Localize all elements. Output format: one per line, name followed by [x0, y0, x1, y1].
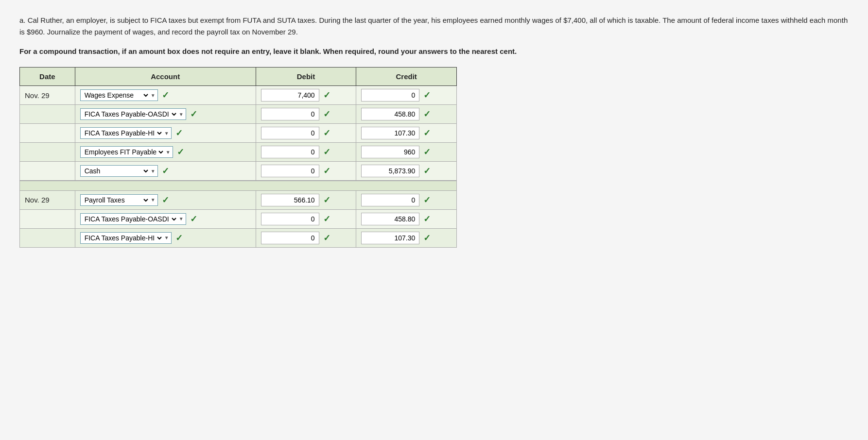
credit-check-icon: ✓ — [423, 90, 431, 101]
credit-check-icon: ✓ — [423, 195, 431, 205]
account-cell: FICA Taxes Payable-OASDI▼✓ — [75, 209, 256, 228]
credit-check-icon: ✓ — [423, 109, 431, 119]
credit-input[interactable] — [361, 127, 419, 139]
debit-cell: ✓ — [256, 124, 356, 143]
credit-cell: ✓ — [356, 162, 457, 181]
credit-check-icon: ✓ — [423, 128, 431, 138]
debit-input[interactable] — [261, 108, 319, 120]
debit-cell: ✓ — [256, 86, 356, 105]
header-account: Account — [75, 68, 256, 86]
dropdown-arrow-icon: ▼ — [179, 112, 184, 117]
account-select[interactable]: Employees FIT Payable — [83, 148, 165, 156]
debit-cell: ✓ — [256, 105, 356, 124]
debit-cell: ✓ — [256, 209, 356, 228]
header-credit: Credit — [356, 68, 457, 86]
date-cell: Nov. 29 — [20, 190, 75, 209]
debit-input[interactable] — [261, 165, 319, 177]
header-date: Date — [20, 68, 75, 86]
account-select[interactable]: FICA Taxes Payable-HI — [83, 234, 163, 242]
dropdown-arrow-icon: ▼ — [164, 235, 169, 240]
debit-check-icon: ✓ — [323, 214, 330, 224]
credit-input[interactable] — [361, 108, 419, 120]
date-cell: Nov. 29 — [20, 86, 75, 105]
account-select[interactable]: Cash — [83, 167, 150, 175]
debit-cell: ✓ — [256, 190, 356, 209]
debit-cell: ✓ — [256, 162, 356, 181]
dropdown-arrow-icon: ▼ — [151, 93, 156, 98]
account-cell: FICA Taxes Payable-OASDI▼✓ — [75, 105, 256, 124]
debit-cell: ✓ — [256, 228, 356, 247]
date-cell — [20, 228, 75, 247]
bold-instruction: For a compound transaction, if an amount… — [19, 46, 849, 57]
credit-cell: ✓ — [356, 124, 457, 143]
credit-input[interactable] — [361, 232, 419, 244]
credit-check-icon: ✓ — [423, 233, 431, 243]
credit-cell: ✓ — [356, 209, 457, 228]
debit-check-icon: ✓ — [323, 166, 330, 176]
debit-check-icon: ✓ — [323, 128, 330, 138]
account-cell: Wages Expense▼✓ — [75, 86, 256, 105]
credit-input[interactable] — [361, 213, 419, 225]
account-cell: Cash▼✓ — [75, 162, 256, 181]
debit-check-icon: ✓ — [323, 109, 330, 119]
debit-input[interactable] — [261, 232, 319, 244]
debit-cell: ✓ — [256, 143, 356, 162]
account-select[interactable]: FICA Taxes Payable-OASDI — [83, 215, 178, 223]
account-check-icon: ✓ — [175, 128, 183, 138]
date-cell — [20, 162, 75, 181]
credit-check-icon: ✓ — [423, 214, 431, 224]
account-select[interactable]: FICA Taxes Payable-HI — [83, 129, 163, 137]
account-cell: FICA Taxes Payable-HI▼✓ — [75, 228, 256, 247]
account-check-icon: ✓ — [175, 233, 183, 243]
debit-input[interactable] — [261, 194, 319, 206]
account-select[interactable]: Payroll Taxes — [83, 196, 150, 204]
dropdown-arrow-icon: ▼ — [164, 131, 169, 136]
credit-cell: ✓ — [356, 228, 457, 247]
account-check-icon: ✓ — [162, 90, 169, 101]
date-cell — [20, 209, 75, 228]
dropdown-arrow-icon: ▼ — [151, 169, 156, 174]
credit-input[interactable] — [361, 194, 419, 206]
credit-cell: ✓ — [356, 190, 457, 209]
header-debit: Debit — [256, 68, 356, 86]
credit-input[interactable] — [361, 89, 419, 102]
account-cell: FICA Taxes Payable-HI▼✓ — [75, 124, 256, 143]
date-cell — [20, 124, 75, 143]
credit-input[interactable] — [361, 146, 419, 158]
account-check-icon: ✓ — [162, 195, 169, 205]
dropdown-arrow-icon: ▼ — [179, 216, 184, 221]
account-check-icon: ✓ — [177, 147, 184, 157]
debit-check-icon: ✓ — [323, 233, 330, 243]
problem-text-a: a. Cal Ruther, an employer, is subject t… — [19, 15, 849, 38]
debit-check-icon: ✓ — [323, 195, 330, 205]
credit-cell: ✓ — [356, 105, 457, 124]
debit-input[interactable] — [261, 89, 319, 102]
debit-check-icon: ✓ — [323, 147, 330, 157]
account-select[interactable]: Wages Expense — [83, 91, 150, 100]
credit-cell: ✓ — [356, 86, 457, 105]
dropdown-arrow-icon: ▼ — [166, 150, 171, 155]
account-check-icon: ✓ — [190, 214, 197, 224]
debit-input[interactable] — [261, 213, 319, 225]
date-cell — [20, 105, 75, 124]
account-select[interactable]: FICA Taxes Payable-OASDI — [83, 110, 178, 118]
account-cell: Employees FIT Payable▼✓ — [75, 143, 256, 162]
credit-cell: ✓ — [356, 143, 457, 162]
debit-input[interactable] — [261, 146, 319, 158]
dropdown-arrow-icon: ▼ — [151, 197, 156, 203]
account-cell: Payroll Taxes▼✓ — [75, 190, 256, 209]
account-check-icon: ✓ — [162, 166, 169, 176]
account-check-icon: ✓ — [190, 109, 197, 119]
date-cell — [20, 143, 75, 162]
credit-check-icon: ✓ — [423, 147, 431, 157]
journal-table: Date Account Debit Credit Nov. 29Wages E… — [19, 67, 457, 248]
credit-check-icon: ✓ — [423, 166, 431, 176]
credit-input[interactable] — [361, 165, 419, 177]
debit-input[interactable] — [261, 127, 319, 139]
debit-check-icon: ✓ — [323, 90, 330, 101]
